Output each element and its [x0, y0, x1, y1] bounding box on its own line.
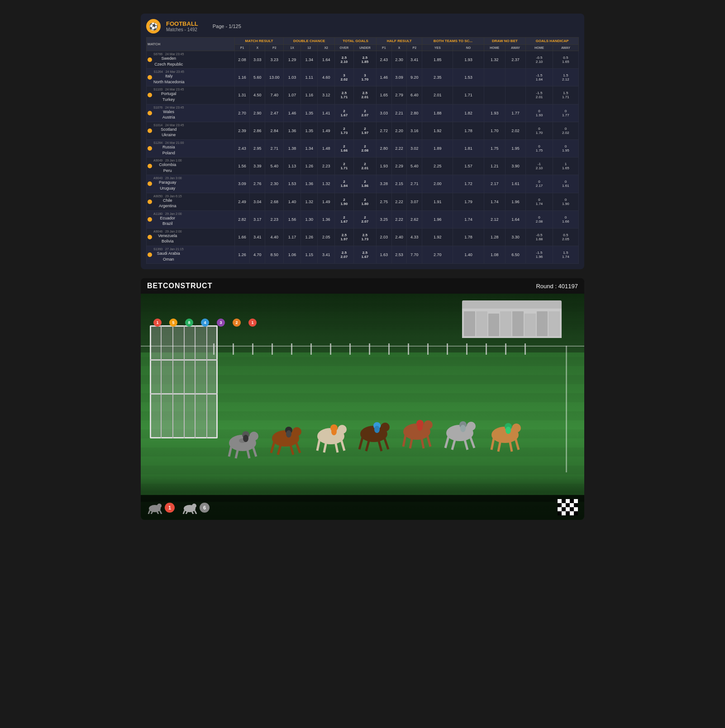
gh-home-val[interactable]: -0.5 1.68 — [526, 228, 553, 246]
dc12-val[interactable]: 1.30 — [300, 210, 318, 228]
dc1x-val[interactable]: 1.06 — [284, 246, 301, 264]
dcx2-val[interactable]: 1.48 — [318, 139, 335, 157]
gh-away-val[interactable]: 1.5 1.71 — [553, 86, 578, 104]
hr-p2-val[interactable]: 5.40 — [407, 157, 422, 175]
tg-under-val[interactable]: 2 1.86 — [353, 175, 376, 193]
gh-home-val[interactable]: -1.5 2.01 — [526, 86, 553, 104]
bt-yes-val[interactable]: 1.91 — [422, 193, 453, 210]
dc12-val[interactable]: 1.34 — [300, 139, 318, 157]
tg-over-val[interactable]: 3 2.02 — [335, 69, 354, 86]
p1-val[interactable]: 1.66 — [234, 228, 250, 246]
dnb-home-val[interactable]: 1.21 — [484, 157, 505, 175]
gh-home-val[interactable]: -0.5 2.10 — [526, 51, 553, 69]
hr-p1-val[interactable]: 2.75 — [377, 193, 392, 210]
tg-under-val[interactable]: 2 2.07 — [353, 104, 376, 122]
x-val[interactable]: 2.90 — [250, 104, 265, 122]
hr-p2-val[interactable]: 9.20 — [407, 69, 422, 86]
tg-over-val[interactable]: 2 1.73 — [335, 122, 354, 139]
dc12-val[interactable]: 1.35 — [300, 122, 318, 139]
p1-val[interactable]: 2.39 — [234, 122, 250, 139]
tg-under-val[interactable]: 2.5 2.01 — [353, 86, 376, 104]
hr-x-val[interactable]: 2.40 — [391, 228, 407, 246]
dc1x-val[interactable]: 1.13 — [284, 157, 301, 175]
bt-yes-val[interactable]: 2.70 — [422, 246, 453, 264]
hr-x-val[interactable]: 2.22 — [391, 210, 407, 228]
gh-home-val[interactable]: 0 1.75 — [526, 139, 553, 157]
x-val[interactable]: 2.86 — [250, 122, 265, 139]
gh-home-val[interactable]: -1.5 1.96 — [526, 246, 553, 264]
hr-p2-val[interactable]: 4.33 — [407, 228, 422, 246]
tg-over-val[interactable]: 2.5 1.97 — [335, 228, 354, 246]
bt-no-val[interactable]: 1.72 — [453, 175, 484, 193]
dnb-away-val[interactable]: 3.30 — [505, 228, 525, 246]
tg-over-val[interactable]: 2 1.84 — [335, 175, 354, 193]
hr-x-val[interactable]: 2.21 — [391, 104, 407, 122]
x-val[interactable]: 3.03 — [250, 51, 265, 69]
dnb-away-val[interactable] — [505, 69, 525, 86]
p2-val[interactable]: 3.23 — [265, 51, 284, 69]
dc1x-val[interactable]: 1.29 — [284, 51, 301, 69]
x-val[interactable]: 3.04 — [250, 193, 265, 210]
hr-p2-val[interactable]: 2.80 — [407, 104, 422, 122]
p1-val[interactable]: 1.31 — [234, 86, 250, 104]
gh-away-val[interactable]: 0 1.66 — [553, 210, 578, 228]
dnb-away-val[interactable] — [505, 86, 525, 104]
gh-home-val[interactable]: 0 2.08 — [526, 210, 553, 228]
bt-no-val[interactable]: 1.40 — [453, 246, 484, 264]
hr-x-val[interactable]: 2.29 — [391, 157, 407, 175]
tg-under-val[interactable]: 2.5 1.85 — [353, 51, 376, 69]
p1-val[interactable]: 2.08 — [234, 51, 250, 69]
dc12-val[interactable]: 1.35 — [300, 104, 318, 122]
dc1x-val[interactable]: 1.17 — [284, 228, 301, 246]
p2-val[interactable]: 2.68 — [265, 193, 284, 210]
gh-away-val[interactable]: 0.5 1.65 — [553, 51, 578, 69]
p2-val[interactable]: 2.23 — [265, 210, 284, 228]
dnb-home-val[interactable]: 1.70 — [484, 122, 505, 139]
hr-p1-val[interactable]: 2.72 — [377, 122, 392, 139]
hr-p2-val[interactable]: 2.62 — [407, 210, 422, 228]
x-val[interactable]: 3.41 — [250, 228, 265, 246]
p1-val[interactable]: 1.16 — [234, 69, 250, 86]
gh-home-val[interactable]: 0 1.70 — [526, 122, 553, 139]
tg-over-val[interactable]: 2.5 2.10 — [335, 51, 354, 69]
dcx2-val[interactable]: 3.41 — [318, 246, 335, 264]
gh-home-val[interactable]: 0 1.74 — [526, 193, 553, 210]
bt-no-val[interactable]: 1.53 — [453, 69, 484, 86]
tg-over-val[interactable]: 2 1.71 — [335, 157, 354, 175]
table-row[interactable]: S1076 24 Mar 23:45 WalesAustria 2.70 2.9… — [147, 104, 579, 122]
x-val[interactable]: 3.39 — [250, 157, 265, 175]
bt-no-val[interactable]: 1.78 — [453, 228, 484, 246]
p2-val[interactable]: 2.84 — [265, 122, 284, 139]
tg-under-val[interactable]: 2 1.97 — [353, 122, 376, 139]
gh-home-val[interactable]: 0 1.93 — [526, 104, 553, 122]
hr-p1-val[interactable]: 3.28 — [377, 175, 392, 193]
dnb-home-val[interactable] — [484, 69, 505, 86]
dc1x-val[interactable]: 1.53 — [284, 175, 301, 193]
gh-away-val[interactable]: 0.5 2.05 — [553, 228, 578, 246]
hr-p1-val[interactable]: 2.43 — [377, 51, 392, 69]
bt-yes-val[interactable]: 1.85 — [422, 51, 453, 69]
x-val[interactable]: 3.17 — [250, 210, 265, 228]
dcx2-val[interactable]: 1.41 — [318, 104, 335, 122]
table-row[interactable]: A9046 29 Jan 2:00 VenezuelaBolivia 1.66 … — [147, 228, 579, 246]
tg-over-val[interactable]: 2 1.66 — [335, 139, 354, 157]
table-row[interactable]: S1014 24 Mar 23:45 ScotlandUkraine 2.39 … — [147, 122, 579, 139]
dcx2-val[interactable]: 2.05 — [318, 228, 335, 246]
table-row[interactable]: A9050 29 Jan 6:15 ChileArgentina 2.49 3.… — [147, 193, 579, 210]
hr-x-val[interactable]: 2.30 — [391, 51, 407, 69]
dnb-home-val[interactable]: 1.28 — [484, 228, 505, 246]
x-val[interactable]: 2.76 — [250, 175, 265, 193]
hr-p2-val[interactable]: 3.41 — [407, 51, 422, 69]
hr-p2-val[interactable]: 3.02 — [407, 139, 422, 157]
gh-away-val[interactable]: 1.5 2.12 — [553, 69, 578, 86]
hr-p1-val[interactable]: 3.25 — [377, 210, 392, 228]
table-row[interactable]: S1264 24 Mar 21:00 RussiaPoland 2.43 2.9… — [147, 139, 579, 157]
tg-under-val[interactable]: 2.5 1.67 — [353, 246, 376, 264]
dcx2-val[interactable]: 1.49 — [318, 193, 335, 210]
hr-p1-val[interactable]: 2.03 — [377, 228, 392, 246]
dc1x-val[interactable]: 1.07 — [284, 86, 301, 104]
dnb-home-val[interactable]: 1.08 — [484, 246, 505, 264]
dcx2-val[interactable]: 1.49 — [318, 122, 335, 139]
gh-away-val[interactable]: 0 1.95 — [553, 139, 578, 157]
dcx2-val[interactable]: 1.64 — [318, 51, 335, 69]
